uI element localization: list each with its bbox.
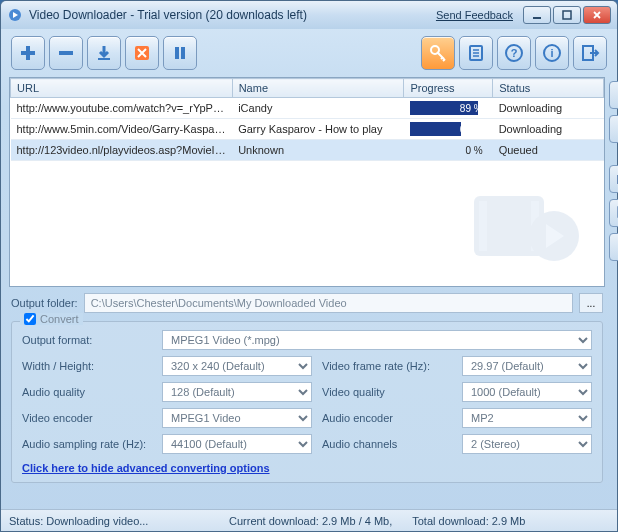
- status-text: Status: Downloading video...: [9, 515, 209, 527]
- svg-rect-2: [563, 11, 571, 19]
- convert-group: Convert Output format: MPEG1 Video (*.mp…: [11, 321, 603, 483]
- send-feedback-link[interactable]: Send Feedback: [436, 9, 513, 21]
- video-encoder-select[interactable]: MPEG1 Video: [162, 408, 312, 428]
- content-area: URL Name Progress Status http://www.yout…: [1, 77, 617, 509]
- cell-url: http://www.5min.com/Video/Garry-Kasparov…: [11, 119, 233, 140]
- cell-name: iCandy: [232, 98, 404, 119]
- cell-status: Downloading: [493, 98, 604, 119]
- column-status[interactable]: Status: [493, 79, 604, 98]
- audio-sampling-label: Audio sampling rate (Hz):: [22, 438, 152, 450]
- window-controls: [523, 6, 611, 24]
- svg-rect-4: [21, 51, 35, 55]
- cell-url: http://www.youtube.com/watch?v=_rYpP_Jn9…: [11, 98, 233, 119]
- pause-button[interactable]: [163, 36, 197, 70]
- status-total: Total download: 2.9 Mb: [412, 515, 525, 527]
- column-url[interactable]: URL: [11, 79, 233, 98]
- open-folder-button[interactable]: [609, 165, 618, 193]
- output-format-label: Output format:: [22, 334, 152, 346]
- download-button[interactable]: [87, 36, 121, 70]
- output-folder-label: Output folder:: [11, 297, 78, 309]
- remove-button[interactable]: [49, 36, 83, 70]
- svg-rect-6: [98, 58, 110, 60]
- audio-quality-label: Audio quality: [22, 386, 152, 398]
- move-up-button[interactable]: [609, 81, 618, 109]
- column-name[interactable]: Name: [232, 79, 404, 98]
- maximize-button[interactable]: [553, 6, 581, 24]
- svg-rect-18: [479, 201, 487, 251]
- video-quality-label: Video quality: [322, 386, 452, 398]
- move-down-button[interactable]: [609, 115, 618, 143]
- exit-button[interactable]: [573, 36, 607, 70]
- svg-text:i: i: [550, 47, 553, 59]
- audio-channels-select[interactable]: 2 (Stereo): [462, 434, 592, 454]
- stop-button[interactable]: [125, 36, 159, 70]
- window-title: Video Downloader - Trial version (20 dow…: [29, 8, 436, 22]
- side-toolbar: [609, 77, 618, 505]
- svg-rect-1: [533, 17, 541, 19]
- convert-label: Convert: [40, 313, 79, 325]
- table-row[interactable]: http://123video.nl/playvideos.asp?MovieI…: [11, 140, 604, 161]
- help-button[interactable]: ?: [497, 36, 531, 70]
- output-format-select[interactable]: MPEG1 Video (*.mpg): [162, 330, 592, 350]
- app-icon: [7, 7, 23, 23]
- main-window: Video Downloader - Trial version (20 dow…: [0, 0, 618, 532]
- watermark-icon: [464, 176, 584, 276]
- key-button[interactable]: [421, 36, 455, 70]
- output-folder-input[interactable]: [84, 293, 573, 313]
- video-frame-rate-select[interactable]: 29.97 (Default): [462, 356, 592, 376]
- cell-name: Garry Kasparov - How to play: [232, 119, 404, 140]
- cell-status: Queued: [493, 140, 604, 161]
- settings-button[interactable]: [459, 36, 493, 70]
- minimize-button[interactable]: [523, 6, 551, 24]
- svg-rect-9: [181, 47, 185, 59]
- cell-progress: 66 %: [404, 119, 493, 140]
- cell-url: http://123video.nl/playvideos.asp?MovieI…: [11, 140, 233, 161]
- cell-progress: 0 %: [404, 140, 493, 161]
- svg-rect-5: [59, 51, 73, 55]
- column-progress[interactable]: Progress: [404, 79, 493, 98]
- width-height-select[interactable]: 320 x 240 (Default): [162, 356, 312, 376]
- audio-sampling-select[interactable]: 44100 (Default): [162, 434, 312, 454]
- width-height-label: Width / Height:: [22, 360, 152, 372]
- browse-button[interactable]: ...: [579, 293, 603, 313]
- titlebar: Video Downloader - Trial version (20 dow…: [1, 1, 617, 29]
- advanced-options-link[interactable]: Click here to hide advanced converting o…: [22, 462, 270, 474]
- add-button[interactable]: [11, 36, 45, 70]
- statusbar: Status: Downloading video... Current dow…: [1, 509, 617, 531]
- table-row[interactable]: http://www.5min.com/Video/Garry-Kasparov…: [11, 119, 604, 140]
- copy-button[interactable]: [609, 199, 618, 227]
- svg-rect-8: [175, 47, 179, 59]
- audio-encoder-label: Audio encoder: [322, 412, 452, 424]
- video-frame-rate-label: Video frame rate (Hz):: [322, 360, 452, 372]
- audio-quality-select[interactable]: 128 (Default): [162, 382, 312, 402]
- audio-channels-label: Audio channels: [322, 438, 452, 450]
- video-quality-select[interactable]: 1000 (Default): [462, 382, 592, 402]
- output-folder-row: Output folder: ...: [9, 287, 605, 319]
- cell-status: Downloading: [493, 119, 604, 140]
- table-row[interactable]: http://www.youtube.com/watch?v=_rYpP_Jn9…: [11, 98, 604, 119]
- audio-encoder-select[interactable]: MP2: [462, 408, 592, 428]
- cell-name: Unknown: [232, 140, 404, 161]
- svg-text:?: ?: [511, 47, 518, 59]
- close-button[interactable]: [583, 6, 611, 24]
- cell-progress: 89 %: [404, 98, 493, 119]
- download-table: URL Name Progress Status http://www.yout…: [9, 77, 605, 287]
- convert-legend: Convert: [20, 313, 83, 325]
- convert-checkbox[interactable]: [24, 313, 36, 325]
- info-button[interactable]: i: [535, 36, 569, 70]
- delete-button[interactable]: [609, 233, 618, 261]
- video-encoder-label: Video encoder: [22, 412, 152, 424]
- status-current: Current download: 2.9 Mb / 4 Mb,: [229, 515, 392, 527]
- toolbar: ? i: [1, 29, 617, 77]
